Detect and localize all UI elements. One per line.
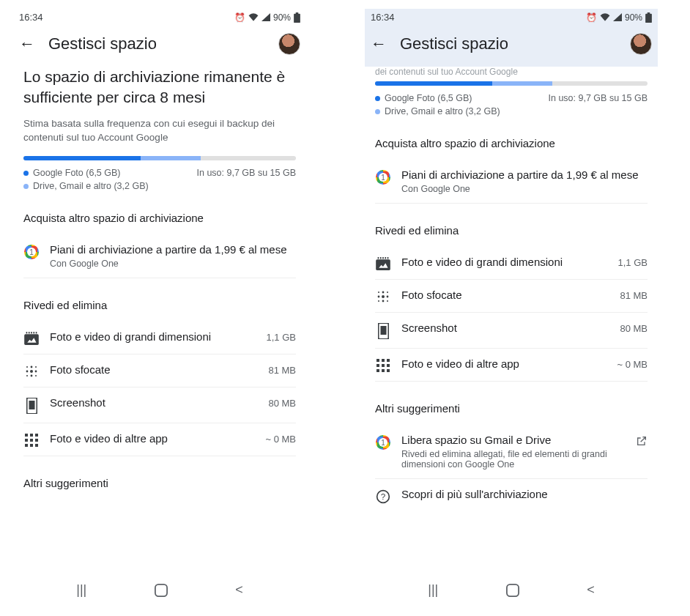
- storage-bar-photos-seg: [23, 156, 141, 160]
- avatar[interactable]: [278, 33, 300, 55]
- dot-drive: [23, 184, 29, 189]
- nav-home[interactable]: [155, 584, 168, 597]
- svg-point-13: [35, 371, 37, 373]
- svg-rect-2: [24, 335, 39, 346]
- review-item-label: Foto e video di altre app: [401, 357, 606, 370]
- avatar[interactable]: [630, 33, 652, 55]
- svg-rect-49: [382, 359, 385, 362]
- status-bar: 16:34 ⏰ 90%: [365, 9, 658, 29]
- legend-row-1: Google Foto (6,5 GB) In uso: 9,7 GB su 1…: [23, 168, 296, 178]
- status-time: 16:34: [19, 12, 43, 23]
- page-title: Gestisci spazio: [48, 34, 265, 53]
- wifi-icon: [248, 13, 259, 21]
- other-section-title: Altri suggerimenti: [375, 402, 648, 415]
- svg-point-12: [30, 370, 33, 373]
- free-secondary: Rivedi ed elimina allegati, file ed elem…: [401, 449, 626, 470]
- nav-recents[interactable]: |||: [428, 582, 438, 598]
- legend-photos: Google Foto (6,5 GB): [33, 168, 121, 178]
- svg-rect-55: [382, 369, 385, 372]
- battery-text: 90%: [273, 12, 291, 23]
- plan-secondary: Con Google One: [50, 259, 296, 269]
- svg-rect-56: [387, 369, 390, 372]
- svg-point-11: [26, 371, 29, 373]
- svg-rect-25: [25, 444, 28, 447]
- nav-back[interactable]: <: [235, 582, 243, 598]
- nav-bar: ||| <: [365, 572, 658, 602]
- legend-row-2: Drive, Gmail e altro (3,2 GB): [23, 181, 296, 191]
- svg-rect-27: [35, 444, 38, 447]
- review-item-size: 1,1 GB: [618, 256, 648, 268]
- svg-rect-50: [387, 359, 390, 362]
- screenshot-icon: [375, 322, 391, 339]
- svg-point-16: [35, 375, 37, 376]
- storage-bar-drive-seg: [141, 156, 201, 160]
- nav-bar: ||| <: [13, 572, 306, 602]
- svg-rect-35: [385, 257, 386, 259]
- review-other-apps[interactable]: Foto e video di altre app ~ 0 MB: [375, 349, 648, 382]
- content-area: Google Foto (6,5 GB) In uso: 9,7 GB su 1…: [365, 81, 658, 572]
- status-right: ⏰ 90%: [586, 12, 652, 23]
- review-item-label: Foto sfocate: [401, 289, 609, 301]
- large-media-icon: [23, 330, 40, 345]
- dot-photos: [23, 171, 29, 176]
- review-blurry[interactable]: Foto sfocate 81 MB: [375, 280, 648, 313]
- plan-primary: Piani di archiviazione a partire da 1,99…: [50, 243, 296, 256]
- review-item-size: 80 MB: [620, 322, 648, 334]
- legend-drive: Drive, Gmail e altro (3,2 GB): [33, 181, 149, 191]
- review-blurry[interactable]: Foto sfocate 81 MB: [23, 355, 296, 387]
- review-item-size: ~ 0 MB: [265, 432, 296, 445]
- blurry-icon: [375, 289, 391, 303]
- svg-point-42: [387, 296, 389, 298]
- review-large-media[interactable]: Foto e video di grandi dimensioni 1,1 GB: [375, 247, 648, 280]
- svg-point-45: [387, 300, 388, 302]
- back-button[interactable]: ←: [19, 36, 35, 52]
- svg-rect-6: [33, 332, 34, 333]
- storage-subtext: Stima basata sulla frequenza con cui ese…: [23, 117, 296, 145]
- svg-point-15: [31, 375, 33, 377]
- apps-icon: [375, 357, 391, 372]
- svg-point-37: [378, 292, 379, 293]
- help-icon: ?: [375, 488, 391, 504]
- svg-text:?: ?: [381, 491, 386, 501]
- svg-rect-53: [387, 364, 390, 367]
- google-one-icon: [375, 168, 391, 185]
- svg-rect-36: [387, 257, 389, 259]
- review-item-size: ~ 0 MB: [617, 357, 648, 370]
- review-other-apps[interactable]: Foto e video di altre app ~ 0 MB: [23, 423, 296, 456]
- svg-point-41: [382, 295, 385, 298]
- svg-rect-23: [30, 439, 33, 442]
- legend-row-1: Google Foto (6,5 GB) In uso: 9,7 GB su 1…: [375, 93, 648, 103]
- signal-icon: [261, 13, 270, 21]
- alarm-icon: ⏰: [586, 12, 597, 23]
- dot-photos: [375, 96, 380, 101]
- content-area: Lo spazio di archiviazione rimanente è s…: [13, 67, 306, 572]
- google-one-icon: [375, 434, 391, 450]
- learn-more-row[interactable]: ? Scopri di più sull'archiviazione: [375, 479, 648, 513]
- svg-point-43: [378, 300, 379, 302]
- review-item-label: Screenshot: [401, 322, 609, 334]
- nav-back[interactable]: <: [587, 582, 595, 598]
- review-screenshot[interactable]: Screenshot 80 MB: [375, 313, 648, 349]
- svg-rect-29: [645, 13, 652, 22]
- app-bar: ← Gestisci spazio: [365, 29, 658, 67]
- buy-plan-row[interactable]: Piani di archiviazione a partire da 1,99…: [23, 234, 296, 278]
- svg-point-8: [26, 366, 28, 368]
- review-large-media[interactable]: Foto e video di grandi dimensioni 1,1 GB: [23, 322, 296, 355]
- legend-usage: In uso: 9,7 GB su 15 GB: [549, 93, 648, 103]
- buy-plan-row[interactable]: Piani di archiviazione a partire da 1,99…: [375, 160, 648, 204]
- svg-rect-33: [380, 257, 382, 259]
- nav-recents[interactable]: |||: [76, 582, 86, 598]
- back-button[interactable]: ←: [371, 36, 387, 52]
- plan-primary: Piani di archiviazione a partire da 1,99…: [401, 168, 648, 181]
- review-item-size: 81 MB: [620, 289, 648, 301]
- svg-point-40: [378, 296, 380, 298]
- status-time: 16:34: [371, 12, 395, 23]
- blurry-icon: [23, 363, 40, 378]
- free-space-row[interactable]: Libera spazio su Gmail e Drive Rivedi ed…: [375, 425, 648, 479]
- svg-point-9: [31, 366, 33, 368]
- review-screenshot[interactable]: Screenshot 80 MB: [23, 387, 296, 423]
- nav-home[interactable]: [506, 584, 519, 597]
- svg-rect-52: [382, 364, 385, 367]
- svg-rect-24: [35, 439, 38, 442]
- svg-rect-22: [25, 439, 28, 442]
